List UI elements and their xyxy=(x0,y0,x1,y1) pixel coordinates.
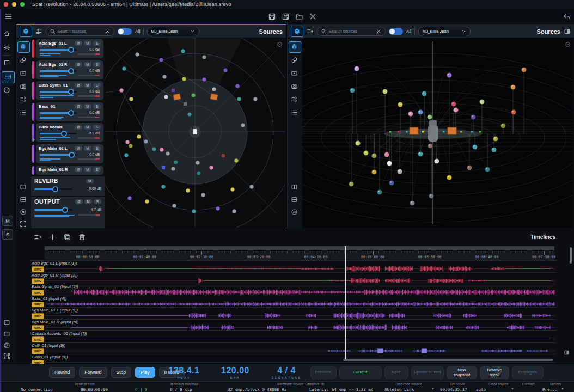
track-waveform[interactable] xyxy=(45,348,555,354)
source-sphere[interactable] xyxy=(410,200,414,205)
timeline-track[interactable]: Bgs Main_01 L (Input (5))SRC xyxy=(30,307,557,319)
source-marker[interactable] xyxy=(253,97,258,101)
viewer-3d-perspective[interactable] xyxy=(302,38,573,228)
slider-knob[interactable] xyxy=(68,68,74,74)
timeline-track[interactable]: Bass_01 (Input (4))SRC xyxy=(30,296,557,308)
cube-view-active-tile[interactable] xyxy=(291,26,303,37)
camera-view-icon[interactable] xyxy=(20,83,27,90)
expand-arrow-icon[interactable] xyxy=(33,138,35,142)
track-waveform[interactable] xyxy=(45,289,555,295)
source-marker[interactable] xyxy=(212,87,216,91)
close-view-icon[interactable] xyxy=(291,209,298,216)
source-sphere[interactable] xyxy=(382,89,387,94)
strip-card[interactable]: Back VocalsØMS-5.9 dB xyxy=(36,123,103,142)
source-marker[interactable] xyxy=(159,58,163,62)
source-marker[interactable] xyxy=(187,112,192,117)
media-view-icon[interactable] xyxy=(291,70,298,77)
source-marker[interactable] xyxy=(181,49,185,53)
solo-button[interactable]: S xyxy=(93,41,101,46)
fullscreen-icon[interactable] xyxy=(20,220,27,228)
speaker-box[interactable] xyxy=(210,94,218,100)
source-sphere[interactable] xyxy=(371,169,376,174)
mute-button[interactable]: M xyxy=(84,41,91,46)
timeline-track[interactable]: Celli_01 (Input (8))SRC xyxy=(30,342,557,354)
snapshot-current[interactable]: Current: xyxy=(339,366,382,379)
source-sphere[interactable] xyxy=(371,153,376,158)
output-bypass-button[interactable]: Ø xyxy=(75,199,83,204)
playhead[interactable] xyxy=(345,246,346,359)
bypass-button[interactable]: Ø xyxy=(75,167,82,172)
slider-knob[interactable] xyxy=(61,131,67,137)
speaker-box[interactable] xyxy=(173,94,181,100)
source-marker[interactable] xyxy=(171,167,175,171)
solo-button[interactable]: S xyxy=(93,62,101,67)
clock-source-caret[interactable]: ▼ xyxy=(511,387,514,390)
sources-spheres-icon[interactable] xyxy=(291,57,298,64)
source-marker[interactable] xyxy=(129,97,133,101)
source-marker[interactable] xyxy=(192,209,196,213)
single-view-layout-icon[interactable] xyxy=(3,59,10,66)
split-vertical-icon[interactable] xyxy=(3,319,10,326)
source-sphere[interactable] xyxy=(377,189,382,194)
bypass-button[interactable]: Ø xyxy=(75,125,82,130)
source-sphere[interactable] xyxy=(363,150,368,155)
zoom-traffic-light[interactable] xyxy=(20,2,25,7)
list-view-icon[interactable] xyxy=(20,109,27,116)
source-sphere[interactable] xyxy=(389,180,394,185)
source-marker[interactable] xyxy=(172,89,175,93)
snapshot-relative-recall[interactable]: Relative recall xyxy=(480,366,509,379)
search-sources-box[interactable]: Search sources xyxy=(46,27,114,36)
source-sphere[interactable] xyxy=(472,144,477,149)
bypass-button[interactable]: Ø xyxy=(75,62,82,67)
output-solo-button[interactable]: S xyxy=(94,199,101,204)
stop-button[interactable]: Stop xyxy=(111,367,132,378)
strip-slider[interactable]: 0.0 dB xyxy=(39,151,101,158)
source-marker[interactable] xyxy=(137,134,141,139)
track-waveform[interactable] xyxy=(45,266,555,272)
strip-card[interactable]: Bass Synth_01ØMS0.0 dB xyxy=(36,81,103,100)
clear-search-icon[interactable] xyxy=(376,28,382,34)
clock-source-value[interactable]: auto xyxy=(476,387,486,392)
source-sphere[interactable] xyxy=(434,158,439,163)
source-marker[interactable] xyxy=(164,95,168,99)
source-sphere[interactable] xyxy=(493,136,498,141)
preset-dropdown[interactable]: MJ_Billie Jean xyxy=(147,27,199,36)
source-marker[interactable] xyxy=(237,97,241,101)
cube-view-active-tile[interactable] xyxy=(20,26,32,37)
source-marker[interactable] xyxy=(202,55,206,59)
source-marker[interactable] xyxy=(202,77,206,82)
source-sphere[interactable] xyxy=(485,167,490,171)
strip-card[interactable]: Bgs Main_01 RØMS xyxy=(36,166,103,175)
source-sphere[interactable] xyxy=(408,111,413,116)
timecode-source-caret[interactable]: ▼ xyxy=(431,387,435,390)
split-horizontal-icon[interactable] xyxy=(3,330,10,338)
source-marker[interactable] xyxy=(232,209,236,213)
source-sphere[interactable] xyxy=(354,66,359,71)
timeline-overview-bar[interactable] xyxy=(45,246,554,250)
home-icon[interactable] xyxy=(3,30,10,37)
minimize-traffic-light[interactable] xyxy=(12,2,16,7)
mute-button[interactable]: M xyxy=(84,62,91,67)
source-sphere[interactable] xyxy=(467,165,472,170)
bypass-button[interactable]: Ø xyxy=(75,146,82,151)
strip-slider[interactable]: 0.0 dB xyxy=(39,68,101,74)
source-sphere[interactable] xyxy=(418,151,423,156)
mute-button[interactable]: M xyxy=(84,104,91,109)
source-sphere[interactable] xyxy=(355,140,360,145)
strip-slider[interactable]: 0.0 dB xyxy=(39,109,101,116)
camera-view-icon[interactable] xyxy=(291,83,298,90)
source-marker[interactable] xyxy=(162,75,167,79)
collapse-panel-icon[interactable] xyxy=(35,28,42,35)
vertical-scrollbar[interactable] xyxy=(570,247,572,264)
source-marker[interactable] xyxy=(191,93,196,97)
source-marker[interactable] xyxy=(162,166,166,170)
bypass-button[interactable]: Ø xyxy=(75,41,82,46)
track-waveform[interactable] xyxy=(45,324,555,330)
forward-button[interactable]: Forward xyxy=(79,367,107,378)
close-traffic-light[interactable] xyxy=(4,2,8,7)
mute-button[interactable]: M xyxy=(84,167,91,172)
view-options-icon[interactable] xyxy=(277,41,283,47)
timecode-source-value[interactable]: Ableton Link xyxy=(384,387,414,392)
horizontal-scrollbar[interactable] xyxy=(343,359,553,361)
track-waveform[interactable] xyxy=(45,336,555,342)
